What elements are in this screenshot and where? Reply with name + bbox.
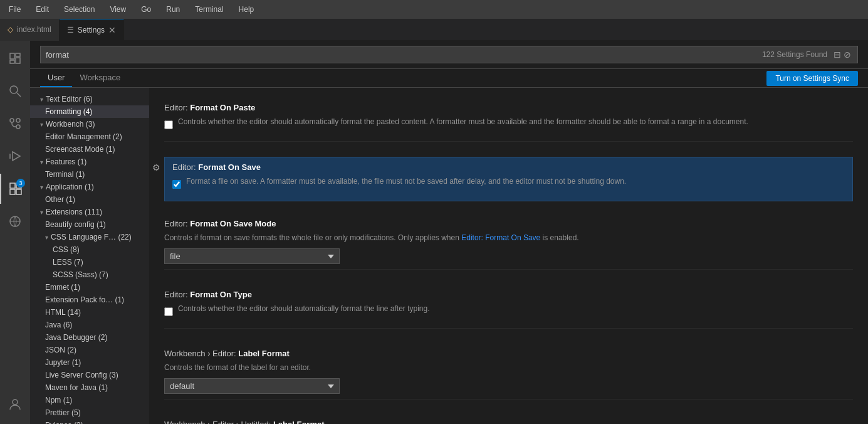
activity-accounts[interactable] <box>0 389 30 419</box>
sidebar-item-java-debugger[interactable]: Java Debugger (2) <box>30 331 149 344</box>
menu-selection[interactable]: Selection <box>60 4 98 15</box>
sidebar-item-extension-pack[interactable]: Extension Pack fo… (1) <box>30 294 149 306</box>
sidebar-item-scss[interactable]: SCSS (Sass) (7) <box>30 268 149 281</box>
svg-rect-1 <box>16 53 20 56</box>
checkbox-format-on-save[interactable] <box>172 180 181 189</box>
activity-extensions[interactable]: 3 <box>0 174 30 204</box>
filter-icon[interactable]: ⊟ <box>832 48 842 61</box>
tab-user[interactable]: User <box>40 69 72 87</box>
sidebar-label-html: HTML (14) <box>45 308 81 317</box>
sidebar-label-jupyter: Jupyter (1) <box>45 358 81 367</box>
setting-label-format-on-save: Editor: Format On Save <box>172 162 845 172</box>
setting-format-on-paste: Editor: Format On Paste Controls whether… <box>164 98 853 142</box>
menu-bar: File Edit Selection View Go Run Terminal… <box>0 0 868 19</box>
sidebar-label-extension-pack: Extension Pack fo… (1) <box>45 295 124 304</box>
setting-workbench-untitled-label-format: Workbench › Editor › Untitled: Label For… <box>164 415 853 424</box>
sidebar-item-application[interactable]: ▾ Application (1) <box>30 181 149 193</box>
sidebar-item-screencast-mode[interactable]: Screencast Mode (1) <box>30 143 149 156</box>
settings-container: 122 Settings Found ⊟ ⊘ User Workspace Tu… <box>30 41 868 424</box>
tab-workspace[interactable]: Workspace <box>72 69 128 87</box>
sidebar-item-json[interactable]: JSON (2) <box>30 344 149 356</box>
search-count: 122 Settings Found <box>762 50 827 59</box>
sidebar-label-java: Java (6) <box>45 321 72 329</box>
tab-settings[interactable]: ☰ Settings ✕ <box>60 19 124 41</box>
sidebar-item-pylance[interactable]: Pylance (3) <box>30 419 149 424</box>
sidebar-item-maven[interactable]: Maven for Java (1) <box>30 381 149 394</box>
svg-rect-3 <box>10 60 14 63</box>
sync-button[interactable]: Turn on Settings Sync <box>766 71 858 86</box>
setting-label-workbench-untitled-label-format: Workbench › Editor › Untitled: Label For… <box>164 420 853 424</box>
sidebar-item-css[interactable]: CSS (8) <box>30 243 149 256</box>
sidebar-item-other[interactable]: Other (1) <box>30 193 149 206</box>
sidebar-label-features: Features (1) <box>46 157 86 166</box>
link-format-on-save[interactable]: Editor: Format On Save <box>461 233 540 242</box>
sidebar-item-terminal[interactable]: Terminal (1) <box>30 168 149 181</box>
activity-run-debug[interactable] <box>0 141 30 171</box>
tab-label-settings: Settings <box>78 26 105 34</box>
select-format-on-save-mode[interactable]: file modifications modificationsIfAvaila… <box>164 248 340 264</box>
sidebar-item-editor-management[interactable]: Editor Management (2) <box>30 130 149 143</box>
setting-format-on-type: Editor: Format On Type Controls whether … <box>164 285 853 329</box>
sidebar-label-maven: Maven for Java (1) <box>45 383 108 392</box>
sidebar-label-css: CSS (8) <box>53 245 80 254</box>
sidebar-item-npm[interactable]: Npm (1) <box>30 394 149 406</box>
activity-search[interactable] <box>0 76 30 106</box>
tab-icon-settings: ☰ <box>67 26 74 34</box>
sidebar-item-html[interactable]: HTML (14) <box>30 306 149 319</box>
arrow-workbench: ▾ <box>40 121 43 128</box>
menu-go[interactable]: Go <box>137 4 155 15</box>
svg-point-8 <box>16 119 20 122</box>
sidebar-item-java[interactable]: Java (6) <box>30 319 149 331</box>
activity-bar: 3 <box>0 41 30 424</box>
svg-rect-2 <box>16 58 20 63</box>
svg-rect-14 <box>16 189 21 194</box>
sidebar-item-extensions[interactable]: ▾ Extensions (111) <box>30 206 149 218</box>
setting-format-on-save: ⚙ Editor: Format On Save Format a file o… <box>164 157 853 201</box>
sidebar-label-java-debugger: Java Debugger (2) <box>45 333 107 342</box>
setting-desc-format-on-type: Controls whether the editor should autom… <box>178 303 430 314</box>
menu-edit[interactable]: Edit <box>32 4 53 15</box>
sidebar-label-css-language: CSS Language F… (22) <box>51 233 132 241</box>
sidebar-item-features[interactable]: ▾ Features (1) <box>30 156 149 168</box>
sidebar-label-formatting: Formatting (4) <box>45 107 92 116</box>
menu-run[interactable]: Run <box>162 4 184 15</box>
sidebar-item-formatting[interactable]: Formatting (4) <box>30 105 149 118</box>
menu-help[interactable]: Help <box>235 4 258 15</box>
svg-point-4 <box>10 86 18 93</box>
svg-rect-0 <box>10 53 14 59</box>
sidebar-item-text-editor[interactable]: ▾ Text Editor (6) <box>30 93 149 105</box>
setting-workbench-label-format: Workbench › Editor: Label Format Control… <box>164 344 853 400</box>
menu-file[interactable]: File <box>5 4 24 15</box>
sidebar-item-css-language[interactable]: ▾ CSS Language F… (22) <box>30 231 149 243</box>
sidebar-item-live-server-config[interactable]: Live Server Config (3) <box>30 369 149 381</box>
select-workbench-label-format[interactable]: default short medium long <box>164 378 340 394</box>
setting-label-format-on-paste: Editor: Format On Paste <box>164 103 748 112</box>
tab-index-html[interactable]: ◇ index.html <box>0 19 60 41</box>
activity-remote[interactable] <box>0 206 30 236</box>
tab-close-settings[interactable]: ✕ <box>108 26 116 34</box>
activity-explorer[interactable] <box>0 43 30 73</box>
sidebar-item-beautify-config[interactable]: Beautify config (1) <box>30 218 149 231</box>
menu-view[interactable]: View <box>106 4 130 15</box>
setting-desc-workbench-label-format: Controls the format of the label for an … <box>164 362 853 373</box>
sidebar-label-extensions: Extensions (111) <box>46 208 102 216</box>
clear-filter-icon[interactable]: ⊘ <box>842 48 852 61</box>
checkbox-format-on-paste[interactable] <box>164 120 173 129</box>
sidebar-item-emmet[interactable]: Emmet (1) <box>30 281 149 294</box>
sidebar-item-workbench[interactable]: ▾ Workbench (3) <box>30 118 149 130</box>
search-input-wrap: 122 Settings Found ⊟ ⊘ <box>40 46 858 63</box>
arrow-css-language: ▾ <box>45 234 48 241</box>
activity-source-control[interactable] <box>0 109 30 139</box>
search-input[interactable] <box>46 50 762 60</box>
settings-body: ▾ Text Editor (6) Formatting (4) ▾ Workb… <box>30 88 868 424</box>
sidebar-item-less[interactable]: LESS (7) <box>30 256 149 268</box>
sidebar-item-prettier[interactable]: Prettier (5) <box>30 406 149 419</box>
menu-terminal[interactable]: Terminal <box>191 4 227 15</box>
sidebar-item-jupyter[interactable]: Jupyter (1) <box>30 356 149 369</box>
checkbox-format-on-type[interactable] <box>164 307 173 316</box>
setting-desc-format-on-save-mode: Controls if format on save formats the w… <box>164 232 853 243</box>
setting-label-format-on-type: Editor: Format On Type <box>164 290 853 299</box>
sidebar-label-beautify-config: Beautify config (1) <box>45 220 106 229</box>
svg-point-6 <box>10 119 14 122</box>
gear-icon-format-on-save[interactable]: ⚙ <box>152 162 160 172</box>
